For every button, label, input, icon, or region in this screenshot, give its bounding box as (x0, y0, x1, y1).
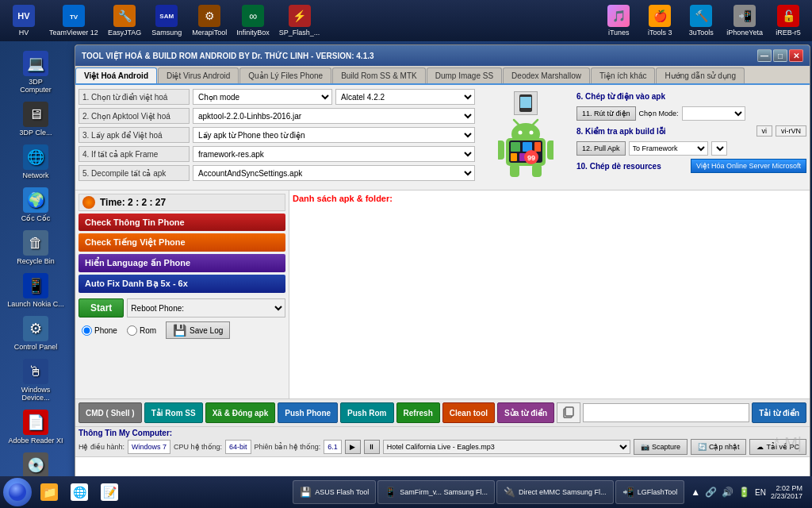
taskbar-icon-easyjtag[interactable]: 🔧 EasyJTAG (105, 3, 144, 38)
tray-arrow-icon[interactable]: ▲ (691, 487, 700, 498)
rom-radio[interactable] (127, 325, 137, 336)
start-row: Start Reboot Phone: (79, 298, 285, 318)
rut-tu-dien-btn[interactable]: 11. Rút từ điện (576, 106, 636, 121)
select-version[interactable]: Alcatel 4.2.2 (335, 89, 475, 105)
lgflash-icon: 📲 (622, 487, 634, 498)
taskbar-icon-infinity[interactable]: ∞ InfinityBox (233, 3, 273, 38)
close-button[interactable]: ✕ (789, 49, 803, 62)
tb-icon-notepad[interactable]: 📝 (95, 478, 124, 506)
copy-icon-btn[interactable] (557, 402, 580, 423)
desktop-icon-adobe[interactable]: 📄 Adobe Reader XI (3, 406, 68, 448)
tai-tu-dien-btn[interactable]: Tải từ điển (752, 402, 806, 423)
taskbar-icon-teamviewer[interactable]: TV TeamViewer 12 (46, 3, 102, 38)
desktop-icon-nokia[interactable]: 📱 Launch Nokia C... (3, 270, 68, 311)
center-section: 99 (478, 88, 573, 187)
apk-list-panel: Danh sách apk & folder: (289, 190, 810, 398)
svg-rect-12 (510, 164, 519, 177)
save-log-btn[interactable]: 💾 Save Log (166, 321, 230, 339)
desktop-icon-control[interactable]: ⚙ Control Panel (3, 313, 68, 354)
capture-btn[interactable]: 📷 Scapture (634, 439, 688, 455)
cpu-value: 64-bit (225, 440, 251, 454)
tray-volume-icon[interactable]: 🔊 (722, 487, 733, 498)
tray-language[interactable]: EN (755, 488, 766, 497)
desktop-icon-cococ[interactable]: 🌍 Cốc Cốc (3, 184, 68, 225)
taskbar-icon-itools3[interactable]: 🍎 iTools 3 (641, 3, 679, 38)
tai-rom-ss-btn[interactable]: Tải Rom SS (144, 402, 203, 423)
play-btn[interactable]: ▶ (345, 440, 361, 454)
os-value: Windows 7 (128, 440, 170, 454)
start-orb[interactable] (3, 478, 32, 506)
tb-icon-explorer[interactable]: 📁 (35, 478, 63, 506)
tab-huong-dan[interactable]: Hướng dẫn sử dụng (656, 67, 745, 83)
music-select[interactable]: Hotel California Live - Eagles.mp3 (383, 440, 630, 454)
taskbar-app-lgflash[interactable]: 📲 LGFlashTool (615, 480, 685, 504)
taskbar-icon-samsung[interactable]: SAM Samsung (147, 3, 186, 38)
desktop-icon-windev[interactable]: 🖱 Windows Device... (3, 356, 68, 405)
push-phone-btn[interactable]: Push Phone (278, 402, 338, 423)
svg-rect-13 (532, 164, 542, 177)
hien-language-btn[interactable]: Hiển Language ấn Phone (79, 254, 285, 272)
desktop-icon-network[interactable]: 🌐 Network (3, 141, 68, 183)
phone-radio-label[interactable]: Phone (82, 325, 117, 336)
taskbar-icon-ireb[interactable]: 🔓 iREB-r5 (769, 3, 807, 38)
taskbar-icon-iphoneyeta[interactable]: 📲 iPhoneYeta (723, 3, 766, 38)
taskbar-icon-merapi[interactable]: ⚙ MerapiTool (189, 3, 230, 38)
desktop-icon-ufs[interactable]: 💿 UFS_Pa... (3, 449, 68, 476)
taskbar-icon-itunes[interactable]: 🎵 iTunes (599, 3, 638, 38)
reboot-select[interactable]: Reboot Phone: (127, 298, 285, 318)
desktop-icon-3dp[interactable]: 💻 3DPComputer (3, 48, 68, 97)
taskbar-app-asus[interactable]: 💾 ASUS Flash Tool (293, 480, 376, 504)
phone-radio[interactable] (82, 325, 92, 336)
check-thong-tin-btn[interactable]: Check Thông Tin Phone (79, 214, 285, 231)
check-tieng-viet-btn[interactable]: Check Tiếng Việt Phone (79, 233, 285, 252)
pause-btn[interactable]: ⏸ (364, 440, 380, 454)
select-apk[interactable]: AccountAndSyncSettings.apk (193, 165, 475, 181)
cmd-input[interactable] (583, 403, 749, 422)
maximize-button[interactable]: □ (773, 49, 787, 62)
left-controls: 1. Chọn từ điển việt hoá Chọn mode Alcat… (79, 88, 475, 187)
left-panel: Time: 2 : 2 : 27 Check Thông Tin Phone C… (75, 190, 289, 398)
taskbar-icon-hv[interactable]: HV HV (5, 3, 43, 38)
framework-select[interactable]: To Framework (629, 141, 708, 156)
timer-bar: Time: 2 : 2 : 27 (79, 194, 285, 211)
xa-dong-apk-btn[interactable]: Xã & Đóng apk (205, 402, 276, 423)
auto-fix-danh-ba-btn[interactable]: Auto Fix Danh Bạ 5x - 6x (79, 275, 285, 293)
tab-diet-virus[interactable]: Diệt Virus Android (158, 67, 239, 83)
tab-tien-ich[interactable]: Tiện ích khác (591, 67, 656, 83)
select-frame[interactable]: framework-res.apk (193, 146, 475, 162)
desktop-icon-recycle[interactable]: 🗑 Recycle Bin (3, 227, 68, 268)
cpu-label: CPU hệ thống: (174, 443, 222, 451)
rom-radio-label[interactable]: Rom (127, 325, 156, 336)
select-apktool[interactable]: apktool-2.2.0-Linhbs-2016.jar (193, 108, 475, 124)
capnhat-btn[interactable]: 🔄 Cập nhật (691, 439, 747, 455)
desktop-icon-3dp2[interactable]: 🖥 3DP Cle... (3, 98, 68, 140)
tray-network-icon[interactable]: 🔗 (705, 487, 717, 498)
window-controls: — □ ✕ (757, 49, 803, 62)
select-mode[interactable]: Chọn mode (193, 89, 332, 105)
tab-quan-ly[interactable]: Quản Lý Files Phone (239, 67, 331, 83)
tab-deodex[interactable]: Deodex Marshallow (503, 67, 590, 83)
push-rom-btn[interactable]: Push Rom (340, 402, 393, 423)
refresh-btn[interactable]: Refresh (396, 402, 440, 423)
minimize-button[interactable]: — (757, 49, 772, 62)
viet-hoa-server-btn[interactable]: Việt Hóa Online Server Microsoft (691, 159, 806, 173)
tab-build-rom[interactable]: Build Rom SS & MTK (332, 67, 426, 83)
pull-apk-btn[interactable]: 12. Pull Apk (576, 141, 626, 156)
svg-rect-15 (511, 142, 520, 152)
svg-point-24 (9, 483, 26, 501)
sua-tu-dien-btn[interactable]: Sửa từ điển (497, 402, 554, 423)
select-lay-apk[interactable]: Lấy apk từ Phone theo từ điện (193, 127, 475, 143)
bottom-text-area[interactable]: * M| (75, 456, 810, 476)
tab-viet-hoa[interactable]: Việt Hoá Android (75, 67, 157, 83)
framework-arrow[interactable]: ▼ (711, 141, 727, 156)
clean-tool-btn[interactable]: Clean tool (442, 402, 495, 423)
taskbar-icon-3utools[interactable]: 🔨 3uTools (682, 3, 720, 38)
chon-mode-select[interactable] (682, 106, 745, 121)
taskbar-icon-spflash[interactable]: ⚡ SP_Flash_... (276, 3, 324, 38)
tab-dump-image[interactable]: Dump Image SS (427, 67, 502, 83)
start-button[interactable]: Start (79, 298, 124, 318)
cmd-shell-btn[interactable]: CMD ( Shell ) (79, 402, 142, 423)
taskbar-app-direct[interactable]: 🔌 Direct eMMC Samsung Fl... (496, 480, 614, 504)
tb-icon-chrome[interactable]: 🌐 (65, 478, 94, 506)
taskbar-app-samfirm[interactable]: 📱 SamFirm_v... Samsung Fl... (377, 480, 495, 504)
